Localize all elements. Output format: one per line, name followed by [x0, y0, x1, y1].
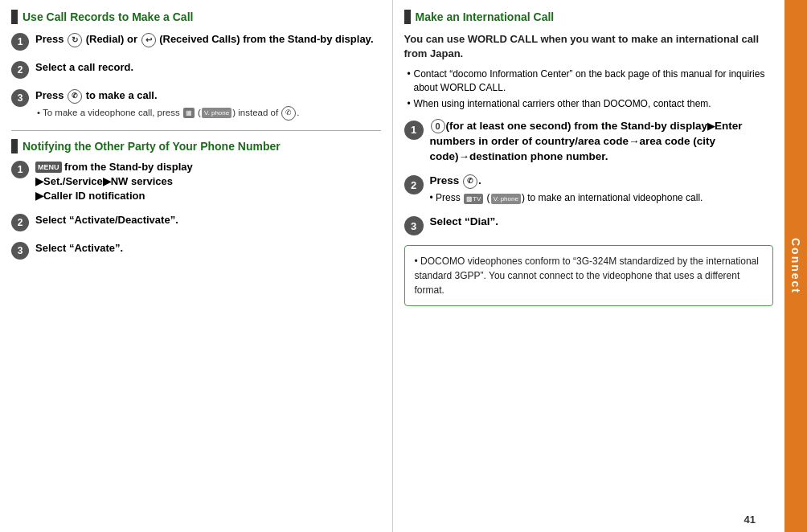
side-tab: Connect: [784, 0, 807, 532]
step-number-1: 1: [11, 33, 29, 51]
zero-icon: 0: [431, 119, 445, 133]
intl-step-number-3: 3: [404, 216, 424, 235]
right-column: Make an International Call You can use W…: [393, 0, 785, 532]
notify-step2-content: Select “Activate/Deactivate”.: [35, 213, 381, 227]
left-column: Use Call Records to Make a Call 1 Press …: [0, 0, 393, 532]
step-row: 2 Select a call record.: [11, 60, 381, 79]
step-row: 3 Select “Activate”.: [11, 241, 381, 260]
section2-title: Notifying the Other Party of Your Phone …: [23, 140, 281, 153]
right-section-header: Make an International Call: [404, 10, 774, 24]
notify-step-number-1: 1: [11, 161, 29, 178]
step1-content: Press ↻ (Redial) or ↩ (Received Calls) f…: [35, 32, 381, 47]
call-icon2: ✆: [281, 106, 296, 121]
step-row: 1 Press ↻ (Redial) or ↩ (Received Calls)…: [11, 32, 381, 51]
vphone-badge2: V. phone: [491, 194, 521, 204]
step2-content: Select a call record.: [35, 60, 381, 75]
step-number-2: 2: [11, 61, 29, 79]
section1-header: Use Call Records to Make a Call: [11, 10, 381, 24]
step-row: 3 Press ✆ to make a call. • To make a vi…: [11, 88, 381, 121]
intl-step-number-2: 2: [404, 175, 424, 194]
call-icon: ✆: [68, 89, 82, 104]
step-row: 1 MENU from the Stand-by display ▶Set./S…: [11, 160, 381, 204]
notice-box: • DOCOMO videophones conform to “3G-324M…: [404, 245, 774, 306]
received-icon: ↩: [141, 33, 156, 47]
notify-step1-content: MENU from the Stand-by display ▶Set./Ser…: [35, 160, 381, 204]
notify-step-number-2: 2: [11, 214, 29, 231]
intl-step2-content: Press ✆. • Press ▩TV (V. phone) to make …: [430, 174, 774, 205]
section1-bar: [11, 10, 18, 24]
divider: [11, 130, 381, 131]
notice-text: • DOCOMO videophones conform to “3G-324M…: [415, 256, 759, 296]
right-section-bar: [404, 10, 411, 24]
right-section-title: Make an International Call: [416, 10, 555, 23]
intl-step1-content: 0(for at least one second) from the Stan…: [430, 119, 774, 165]
section1-title: Use Call Records to Make a Call: [23, 10, 193, 23]
right-intro: You can use WORLD CALL when you want to …: [404, 32, 774, 61]
vphone-badge: V. phone: [202, 108, 231, 118]
page-number: 41: [744, 514, 756, 526]
step-number-3: 3: [11, 89, 29, 107]
main-content: Use Call Records to Make a Call 1 Press …: [0, 0, 807, 532]
section2-bar: [11, 139, 18, 153]
redial-icon: ↻: [68, 33, 82, 47]
step-row: 2 Select “Activate/Deactivate”.: [11, 213, 381, 231]
step3-sub: • To make a videophone call, press ▦ (V.…: [35, 106, 381, 121]
bullet-item: When using international carriers other …: [408, 97, 774, 111]
step-row: 2 Press ✆. • Press ▩TV (V. phone) to mak…: [404, 174, 774, 205]
call-icon3: ✆: [463, 174, 477, 189]
step-row: 3 Select “Dial”.: [404, 215, 774, 235]
menu-icon: MENU: [35, 162, 62, 174]
section2-header: Notifying the Other Party of Your Phone …: [11, 139, 381, 153]
step-row: 1 0(for at least one second) from the St…: [404, 119, 774, 165]
tv-badge: ▩TV: [464, 194, 483, 204]
bullet-list: Contact “docomo Information Center” on t…: [404, 68, 774, 110]
step3-content: Press ✆ to make a call. • To make a vide…: [35, 88, 381, 121]
videophone-badge: ▦: [183, 108, 195, 118]
notify-step-number-3: 3: [11, 242, 29, 260]
intl-step-number-1: 1: [404, 121, 424, 140]
bullet-item: Contact “docomo Information Center” on t…: [408, 68, 774, 95]
intl-step2-sub: • Press ▩TV (V. phone) to make an intern…: [430, 191, 774, 205]
notify-step3-content: Select “Activate”.: [35, 241, 381, 256]
intl-step3-content: Select “Dial”.: [430, 215, 774, 230]
side-tab-label: Connect: [789, 238, 802, 294]
